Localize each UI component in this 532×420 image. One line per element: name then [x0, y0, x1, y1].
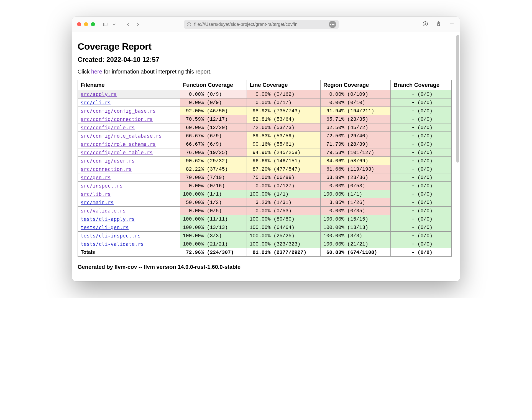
file-link[interactable]: src/cli.rs: [81, 100, 111, 105]
branch-cell: - (0/0): [391, 157, 452, 165]
coverage-table: Filename Function Coverage Line Coverage…: [78, 80, 452, 257]
table-row: src/config/connection.rs 70.59% (12/17) …: [78, 115, 452, 123]
forward-button[interactable]: [135, 22, 140, 27]
file-link[interactable]: src/apply.rs: [81, 91, 117, 97]
col-region[interactable]: Region Coverage: [320, 80, 390, 90]
intro-text: Click here for information about interpr…: [78, 69, 452, 75]
file-link[interactable]: src/config/connection.rs: [81, 116, 153, 122]
func-cell: 70.00% (7/10): [180, 173, 247, 182]
file-link[interactable]: tests/cli-validate.rs: [81, 241, 144, 247]
intro-link[interactable]: here: [91, 69, 102, 75]
table-row: tests/cli-validate.rs100.00% (21/21)100.…: [78, 240, 452, 248]
file-link[interactable]: src/lib.rs: [81, 191, 111, 197]
compass-icon: [186, 22, 191, 27]
col-line[interactable]: Line Coverage: [247, 80, 320, 90]
line-cell: 0.00% (0/127): [247, 182, 320, 190]
downloads-icon[interactable]: [422, 21, 428, 28]
file-link[interactable]: src/config/role_database.rs: [81, 133, 162, 139]
region-cell: 62.50% (45/72): [320, 123, 390, 132]
table-row: src/connection.rs 82.22% (37/45) 87.20% …: [78, 165, 452, 173]
table-row: src/config/user.rs 90.62% (29/32) 96.69%…: [78, 157, 452, 165]
toolbar-left: [103, 22, 117, 27]
line-cell: 96.69% (146/151): [247, 157, 320, 165]
branch-cell: - (0/0): [391, 115, 452, 123]
close-button[interactable]: [77, 22, 81, 26]
func-cell: 76.00% (19/25): [180, 148, 247, 157]
col-branch[interactable]: Branch Coverage: [391, 80, 452, 90]
line-cell: 100.00% (323/323): [247, 240, 320, 248]
file-link[interactable]: src/config/role_schema.rs: [81, 141, 156, 147]
branch-cell: - (0/0): [391, 90, 452, 98]
file-link[interactable]: src/config/config_base.rs: [81, 108, 156, 114]
file-link[interactable]: src/config/user.rs: [81, 158, 135, 164]
scrollbar-thumb[interactable]: [456, 35, 459, 163]
file-cell: src/config/config_base.rs: [78, 107, 180, 115]
branch-cell: - (0/0): [391, 132, 452, 140]
func-cell: 100.00% (3/3): [180, 232, 247, 240]
region-cell: 0.00% (0/35): [320, 207, 390, 215]
table-row: src/gen.rs 70.00% (7/10) 75.00% (66/88) …: [78, 173, 452, 182]
region-cell: 61.66% (119/193): [320, 165, 390, 173]
titlebar: file:///Users/duyet/side-project/grant-r…: [72, 17, 460, 32]
nav-arrows: [126, 22, 140, 27]
sidebar-icon[interactable]: [103, 22, 108, 27]
more-icon[interactable]: •••: [329, 21, 336, 28]
region-cell: 100.00% (1/1): [320, 190, 390, 198]
region-cell: 79.53% (101/127): [320, 148, 390, 157]
url-bar[interactable]: file:///Users/duyet/side-project/grant-r…: [184, 20, 339, 29]
region-cell: 100.00% (13/13): [320, 223, 390, 232]
created-label: Created: 2022-04-10 12:57: [78, 56, 452, 64]
branch-cell: - (0/0): [391, 107, 452, 115]
branch-cell: - (0/0): [391, 223, 452, 232]
col-filename[interactable]: Filename: [78, 80, 180, 90]
branch-cell: - (0/0): [391, 173, 452, 182]
maximize-button[interactable]: [91, 22, 95, 26]
line-cell: 100.00% (1/1): [247, 190, 320, 198]
func-cell: 66.67% (6/9): [180, 140, 247, 148]
file-link[interactable]: src/validate.rs: [81, 208, 126, 214]
file-cell: src/cli.rs: [78, 98, 180, 107]
chevron-down-icon[interactable]: [112, 22, 117, 27]
line-cell: 87.20% (477/547): [247, 165, 320, 173]
back-button[interactable]: [126, 22, 131, 27]
file-link[interactable]: src/config/role.rs: [81, 125, 135, 130]
table-row: src/config/role_database.rs 66.67% (6/9)…: [78, 132, 452, 140]
intro-suffix: for information about interpreting this …: [102, 69, 212, 75]
file-link[interactable]: tests/cli-gen.rs: [81, 224, 129, 230]
table-row: src/validate.rs 0.00% (0/5) 0.00% (0/53)…: [78, 207, 452, 215]
col-function[interactable]: Function Coverage: [180, 80, 247, 90]
table-row: src/config/role_table.rs 76.00% (19/25) …: [78, 148, 452, 157]
branch-cell: - (0/0): [391, 190, 452, 198]
table-row: src/config/config_base.rs 92.00% (46/50)…: [78, 107, 452, 115]
func-cell: 100.00% (1/1): [180, 190, 247, 198]
line-cell: 82.81% (53/64): [247, 115, 320, 123]
branch-cell: - (0/0): [391, 215, 452, 223]
file-link[interactable]: src/gen.rs: [81, 174, 111, 180]
file-link[interactable]: tests/cli-apply.rs: [81, 216, 135, 222]
content-wrap: Coverage Report Created: 2022-04-10 12:5…: [72, 32, 460, 281]
file-link[interactable]: src/main.rs: [81, 199, 114, 205]
line-cell: 0.00% (0/17): [247, 98, 320, 107]
file-cell: src/lib.rs: [78, 190, 180, 198]
totals-row: Totals 72.96% (224/307) 81.21% (2377/292…: [78, 248, 452, 257]
new-tab-icon[interactable]: [449, 21, 455, 28]
region-cell: 72.50% (29/40): [320, 132, 390, 140]
table-row: src/main.rs 50.00% (1/2) 3.23% (1/31) 3.…: [78, 198, 452, 207]
region-cell: 71.79% (28/39): [320, 140, 390, 148]
table-row: src/apply.rs 0.00% (0/9) 0.00% (0/162) 0…: [78, 90, 452, 98]
region-cell: 65.71% (23/35): [320, 115, 390, 123]
minimize-button[interactable]: [84, 22, 88, 26]
table-row: src/cli.rs 0.00% (0/9) 0.00% (0/17) 0.00…: [78, 98, 452, 107]
region-cell: 0.00% (0/10): [320, 98, 390, 107]
file-link[interactable]: tests/cli-inspect.rs: [81, 233, 141, 239]
file-link[interactable]: src/connection.rs: [81, 166, 132, 172]
file-link[interactable]: src/inspect.rs: [81, 183, 123, 189]
share-icon[interactable]: [436, 21, 442, 28]
table-row: src/config/role_schema.rs 66.67% (6/9) 9…: [78, 140, 452, 148]
region-cell: 0.00% (0/109): [320, 90, 390, 98]
region-cell: 100.00% (21/21): [320, 240, 390, 248]
file-cell: src/config/role_schema.rs: [78, 140, 180, 148]
url-text: file:///Users/duyet/side-project/grant-r…: [194, 22, 326, 27]
file-link[interactable]: src/config/role_table.rs: [81, 150, 153, 155]
scrollbar-track[interactable]: [455, 32, 460, 281]
